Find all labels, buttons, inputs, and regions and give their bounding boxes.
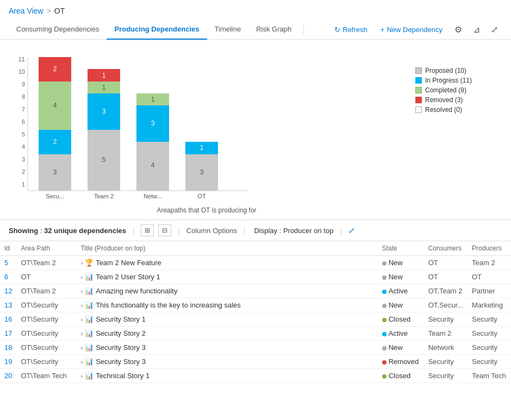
fullscreen-button[interactable]: ⤢ [348,226,355,235]
legend-proposed-box [415,67,422,74]
nav-tabs: Consuming Dependencies Producing Depende… [0,20,511,40]
svg-text:3: 3 [102,108,106,115]
toolbar-sep-2: | [178,227,179,235]
row-path: OT\Team Tech [16,369,76,383]
table-row: 17 OT\Security › 📊 Security Story 2 Acti… [0,327,511,341]
display-value: Producer on top [283,227,334,235]
row-producers: OT [468,270,511,284]
refresh-button[interactable]: ↻ Refresh [329,22,373,37]
dependencies-table: Id Area Path Title (Producer on top) Sta… [0,241,511,383]
svg-text:3: 3 [151,120,155,127]
svg-text:2: 2 [53,65,57,73]
tab-timeline[interactable]: Timeline [207,20,249,40]
row-title: › 📊 This functionality is the key to inc… [76,298,377,312]
expand-button[interactable]: ⤢ [487,21,502,38]
tab-risk-graph[interactable]: Risk Graph [248,20,299,40]
legend-proposed: Proposed (10) [415,67,502,74]
table-header-row: Id Area Path Title (Producer on top) Sta… [0,241,511,256]
svg-text:9: 9 [22,81,25,87]
breadcrumb: Area View > OT [0,0,511,20]
row-id-link[interactable]: 5 [4,259,8,267]
row-consumers: OT,Team 2 [424,284,468,298]
expand-row-icon[interactable]: › [80,302,83,309]
legend-inprogress: In Progress (11) [415,77,502,84]
new-dependency-button[interactable]: + New Dependency [375,22,448,37]
expand-row-icon[interactable]: › [80,330,83,337]
row-path: OT\Security [16,341,76,355]
svg-text:1: 1 [151,96,155,103]
row-title-text: Security Story 1 [96,315,146,323]
legend-completed-label: Completed (8) [425,86,466,94]
tab-consuming[interactable]: Consuming Dependencies [9,20,107,40]
expand-row-icon[interactable]: › [80,359,83,365]
nav-actions: ↻ Refresh + New Dependency ⚙ ⊿ ⤢ [329,21,502,38]
settings-button[interactable]: ⚙ [450,21,466,38]
svg-text:6: 6 [22,118,25,125]
row-id-link[interactable]: 6 [4,273,8,281]
row-title-text: This functionality is the key to increas… [96,301,241,309]
col-header-title: Title (Producer on top) [76,241,377,256]
row-consumers: OT [424,270,468,284]
filter-button[interactable]: ⊿ [469,21,484,38]
table-row: 5 OT\Team 2 › 🏆 Team 2 New Feature New O… [0,256,511,270]
row-title: › 📊 Security Story 3 [76,355,377,369]
refresh-icon: ↻ [334,26,340,34]
expand-row-icon[interactable]: › [80,316,83,323]
tab-producing[interactable]: Producing Dependencies [107,20,207,40]
row-id-link[interactable]: 20 [4,372,12,380]
showing-label: Showing [9,227,38,235]
legend-resolved-label: Resolved (0) [425,106,462,114]
row-consumers: Security [424,355,468,369]
row-path: OT\Team 2 [16,284,76,298]
svg-text:1: 1 [22,181,25,187]
column-options-button[interactable]: Column Options [186,227,237,235]
table-toolbar: Showing : 32 unique dependencies | ⊞ ⊟ |… [0,220,511,241]
svg-text:3: 3 [200,168,204,176]
expand-row-icon[interactable]: › [80,260,83,266]
legend-completed: Completed (8) [415,86,502,94]
row-id-link[interactable]: 13 [4,301,12,309]
row-title-text: Technical Story 1 [96,372,149,380]
svg-text:OT: OT [197,193,206,199]
collapse-all-button[interactable]: ⊟ [158,224,171,236]
row-state: Active [378,284,424,298]
state-dot [382,261,387,266]
state-dot [382,332,387,336]
row-state: New [378,256,424,270]
bar-chart: 11 10 9 8 7 6 5 4 3 2 1 3 2 4 [9,51,259,203]
row-id-link[interactable]: 12 [4,287,12,295]
expand-all-button[interactable]: ⊞ [141,224,154,236]
row-title-text: Amazing new functionality [96,287,177,295]
expand-row-icon[interactable]: › [80,344,83,351]
row-id-link[interactable]: 17 [4,329,12,337]
expand-row-icon[interactable]: › [80,288,83,294]
showing-text: Showing : 32 unique dependencies [9,227,126,235]
row-id-link[interactable]: 16 [4,315,12,323]
chart-container: 11 10 9 8 7 6 5 4 3 2 1 3 2 4 [0,40,511,220]
showing-value: 32 unique dependencies [44,227,126,235]
state-dot [382,318,387,322]
toolbar-sep-3: | [244,227,245,235]
nav-separator [303,24,304,35]
row-producers: Team Tech [468,369,511,383]
chart-legend: Proposed (10) In Progress (11) Completed… [415,51,502,214]
row-state: New [378,298,424,312]
table-container: Id Area Path Title (Producer on top) Sta… [0,241,511,383]
table-row: 12 OT\Team 2 › 📊 Amazing new functionali… [0,284,511,298]
row-producers: Security [468,341,511,355]
state-dot [382,304,387,308]
state-dot [382,374,387,379]
breadcrumb-parent[interactable]: Area View [9,7,43,15]
row-title-text: Team 2 New Feature [96,259,161,267]
expand-row-icon[interactable]: › [80,373,83,379]
row-producers: Security [468,312,511,327]
table-row: 18 OT\Security › 📊 Security Story 3 New … [0,341,511,355]
row-id-link[interactable]: 18 [4,343,12,352]
row-id-link[interactable]: 19 [4,358,12,366]
row-title: › 📊 Amazing new functionality [76,284,377,298]
expand-row-icon[interactable]: › [80,274,83,280]
state-dot [382,290,387,294]
svg-text:4: 4 [151,161,155,169]
refresh-label: Refresh [342,26,367,34]
svg-text:Secu...: Secu... [46,193,64,199]
